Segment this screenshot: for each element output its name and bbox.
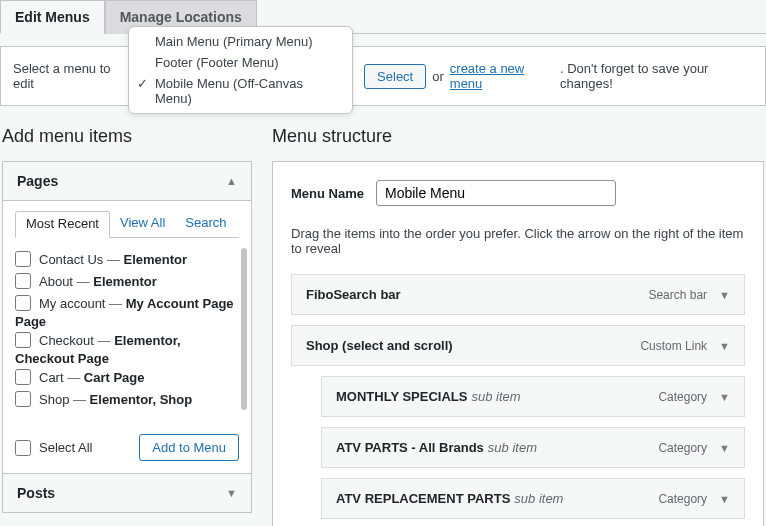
- menu-items-list: FiboSearch barSearch bar▼Shop (select an…: [291, 274, 745, 519]
- menu-item-type: Custom Link: [640, 339, 707, 353]
- page-item-continuation: Page: [15, 314, 239, 329]
- page-item-checkbox[interactable]: [15, 391, 31, 407]
- page-item-checkbox[interactable]: [15, 295, 31, 311]
- menu-item-title: ATV PARTS - All Brandssub item: [336, 440, 537, 455]
- menu-item-type: Search bar: [648, 288, 707, 302]
- select-all-checkbox[interactable]: [15, 440, 31, 456]
- page-item-label: Checkout — Elementor,: [39, 333, 181, 348]
- page-item-label: Contact Us — Elementor: [39, 252, 187, 267]
- pages-accordion: Pages ▲ Most Recent View All Search Cont…: [2, 161, 252, 513]
- nav-tabs: Edit Menus Manage Locations: [0, 0, 766, 34]
- page-item: Contact Us — Elementor: [15, 248, 239, 270]
- chevron-down-icon[interactable]: ▼: [719, 442, 730, 454]
- tab-edit-menus[interactable]: Edit Menus: [0, 0, 105, 34]
- menu-structure-item[interactable]: MONTHLY SPECIALSsub itemCategory▼: [321, 376, 745, 417]
- add-to-menu-button[interactable]: Add to Menu: [139, 434, 239, 461]
- page-item: Shop — Elementor, Shop: [15, 388, 239, 410]
- dropdown-item-main[interactable]: Main Menu (Primary Menu): [129, 31, 352, 52]
- subtab-search[interactable]: Search: [175, 211, 236, 237]
- page-item-label: Shop — Elementor, Shop: [39, 392, 192, 407]
- menu-name-label: Menu Name: [291, 186, 364, 201]
- menu-item-title: FiboSearch bar: [306, 287, 401, 302]
- menu-dropdown: Main Menu (Primary Menu) Footer (Footer …: [128, 26, 353, 114]
- chevron-down-icon[interactable]: ▼: [719, 493, 730, 505]
- or-text: or: [432, 69, 444, 84]
- menu-item-title: Shop (select and scroll): [306, 338, 453, 353]
- pages-label: Pages: [17, 173, 58, 189]
- add-menu-items-heading: Add menu items: [2, 126, 252, 147]
- sub-item-label: sub item: [488, 440, 537, 455]
- chevron-up-icon: ▲: [226, 175, 237, 187]
- menu-item-type: Category: [658, 492, 707, 506]
- chevron-down-icon[interactable]: ▼: [719, 289, 730, 301]
- page-item-checkbox[interactable]: [15, 251, 31, 267]
- menu-structure-heading: Menu structure: [272, 126, 764, 147]
- page-item-checkbox[interactable]: [15, 273, 31, 289]
- create-new-menu-link[interactable]: create a new menu: [450, 61, 554, 91]
- page-item-continuation: Checkout Page: [15, 351, 239, 366]
- page-item-checkbox[interactable]: [15, 332, 31, 348]
- menu-item-title: ATV REPLACEMENT PARTSsub item: [336, 491, 563, 506]
- menu-structure-item[interactable]: ATV REPLACEMENT PARTSsub itemCategory▼: [321, 478, 745, 519]
- menu-item-type: Category: [658, 441, 707, 455]
- page-list: Contact Us — ElementorAbout — ElementorM…: [15, 248, 239, 410]
- select-prefix: Select a menu to edit: [13, 61, 128, 91]
- pages-accordion-header[interactable]: Pages ▲: [3, 162, 251, 201]
- page-item-label: My account — My Account Page: [39, 296, 234, 311]
- scrollbar[interactable]: [241, 248, 247, 410]
- menu-structure-item[interactable]: Shop (select and scroll)Custom Link▼: [291, 325, 745, 366]
- sub-item-label: sub item: [471, 389, 520, 404]
- menu-select-bar: Select a menu to edit Select or create a…: [0, 46, 766, 106]
- posts-label: Posts: [17, 485, 55, 501]
- pages-accordion-body: Most Recent View All Search Contact Us —…: [3, 201, 251, 473]
- page-item: About — Elementor: [15, 270, 239, 292]
- dropdown-item-footer[interactable]: Footer (Footer Menu): [129, 52, 352, 73]
- page-item: My account — My Account Page: [15, 292, 239, 314]
- select-all-label: Select All: [39, 440, 92, 455]
- page-item-label: Cart — Cart Page: [39, 370, 145, 385]
- menu-name-input[interactable]: [376, 180, 616, 206]
- menu-item-title: MONTHLY SPECIALSsub item: [336, 389, 521, 404]
- dropdown-item-mobile[interactable]: Mobile Menu (Off-Canvas Menu): [129, 73, 352, 109]
- page-item-checkbox[interactable]: [15, 369, 31, 385]
- chevron-down-icon[interactable]: ▼: [719, 340, 730, 352]
- drag-instructions: Drag the items into the order you prefer…: [291, 226, 745, 256]
- page-item: Checkout — Elementor,: [15, 329, 239, 351]
- posts-accordion-header[interactable]: Posts ▼: [3, 473, 251, 512]
- subtab-most-recent[interactable]: Most Recent: [15, 211, 110, 238]
- select-suffix: . Don't forget to save your changes!: [560, 61, 753, 91]
- menu-structure-panel: Menu Name Drag the items into the order …: [272, 161, 764, 526]
- chevron-down-icon: ▼: [226, 487, 237, 499]
- sub-item-label: sub item: [514, 491, 563, 506]
- subtab-view-all[interactable]: View All: [110, 211, 175, 237]
- menu-structure-item[interactable]: ATV PARTS - All Brandssub itemCategory▼: [321, 427, 745, 468]
- page-item-label: About — Elementor: [39, 274, 157, 289]
- page-item: Cart — Cart Page: [15, 366, 239, 388]
- chevron-down-icon[interactable]: ▼: [719, 391, 730, 403]
- menu-item-type: Category: [658, 390, 707, 404]
- select-button[interactable]: Select: [364, 64, 426, 89]
- menu-structure-item[interactable]: FiboSearch barSearch bar▼: [291, 274, 745, 315]
